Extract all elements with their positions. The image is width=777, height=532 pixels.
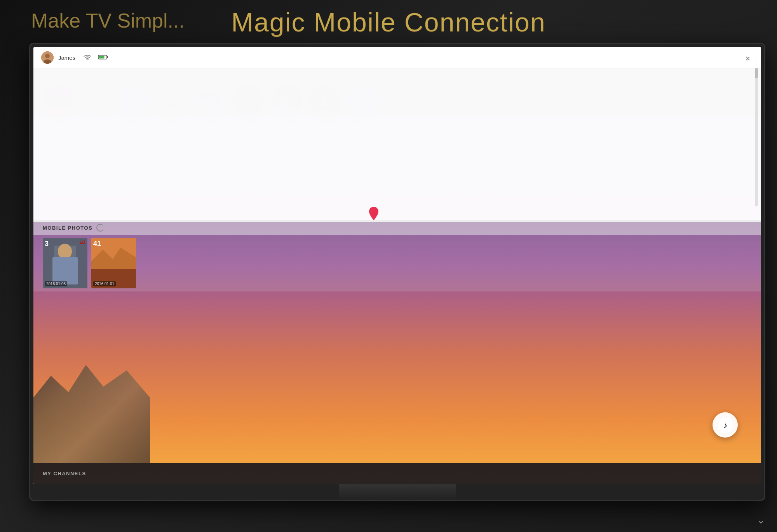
tv-frame: × ⌃ James xyxy=(29,43,765,501)
svg-rect-5 xyxy=(107,56,108,58)
photo-thumb-2[interactable]: 41 2016.01.01 xyxy=(91,238,136,288)
svg-point-40 xyxy=(58,244,72,259)
photo-thumb-1[interactable]: LG 3 2016.01.06 xyxy=(43,238,87,288)
refresh-icon[interactable] xyxy=(96,224,104,232)
mobile-photos-section: MOBILE PHOTOS LG 3 2016.01.06 xyxy=(33,220,761,291)
svg-rect-41 xyxy=(52,257,78,284)
nav-down-arrow[interactable]: ⌄ xyxy=(756,513,765,526)
top-title-area: Make TV Simpl... Magic Mobile Connection xyxy=(0,7,777,37)
photos-row: LG 3 2016.01.06 41 2016.01.01 xyxy=(33,235,761,291)
user-name: James xyxy=(58,54,75,61)
svg-rect-6 xyxy=(99,56,105,58)
svg-text:♪: ♪ xyxy=(723,420,727,430)
svg-point-3 xyxy=(87,59,88,60)
teardrop-pointer xyxy=(368,206,379,220)
panel-overlay xyxy=(33,47,761,222)
tv-stand xyxy=(339,484,456,500)
user-header: James xyxy=(33,47,761,68)
wifi-icon xyxy=(83,54,92,61)
music-player-button[interactable]: ♪ xyxy=(713,412,738,438)
photo-date-2: 2016.01.01 xyxy=(93,281,116,286)
close-button[interactable]: × xyxy=(742,52,754,65)
subtitle-text: Make TV Simpl... xyxy=(31,9,185,32)
photo-date-1: 2016.01.06 xyxy=(45,281,67,286)
battery-icon xyxy=(98,54,109,61)
channels-title: MY CHANNELS xyxy=(43,471,86,476)
photo-count-2: 41 xyxy=(93,240,101,248)
lg-logo: LG xyxy=(80,240,85,244)
mobile-photos-title: MOBILE PHOTOS xyxy=(33,220,761,235)
tv-screen: × ⌃ James xyxy=(33,47,761,484)
main-title-text: Magic Mobile Connection xyxy=(231,7,546,37)
avatar xyxy=(41,51,54,64)
photos-section-label: MOBILE PHOTOS xyxy=(43,225,92,231)
my-channels-section: MY CHANNELS xyxy=(33,463,761,484)
scrollbar[interactable] xyxy=(755,59,758,206)
photo-count-1: 3 xyxy=(45,240,49,248)
svg-point-1 xyxy=(45,54,50,58)
